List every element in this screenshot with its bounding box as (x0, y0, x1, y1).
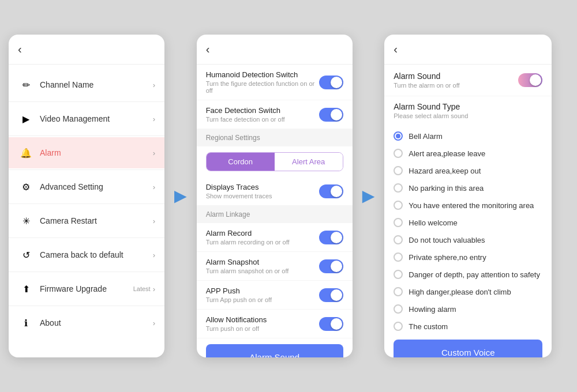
phone1-back-icon[interactable]: ‹ (18, 43, 22, 56)
menu-divider (9, 238, 164, 238)
row-title-alarm-snapshot: Alarm Snapshot (206, 258, 319, 266)
radio-circle-alert-area-please-leave (394, 149, 403, 158)
radio-circle-howling-alarm (394, 304, 403, 314)
radio-item-hello-welcome[interactable]: Hello welcome (384, 214, 552, 231)
radio-label-do-not-touch: Do not touch valuables (409, 236, 485, 244)
menu-item-advanced-setting[interactable]: ⚙Advanced Setting› (9, 171, 164, 202)
chevron-icon-camera-default: › (153, 251, 155, 259)
tab-cordon[interactable]: Cordon (207, 153, 275, 171)
phone1-header: ‹ (9, 35, 164, 65)
menu-item-camera-restart[interactable]: ✳Camera Restart› (9, 205, 164, 236)
humanoid-detection-toggle[interactable] (319, 76, 343, 89)
radio-circle-hello-welcome (394, 218, 403, 227)
alarm-type-title: Alarm Sound Type (394, 102, 542, 111)
menu-divider (9, 272, 164, 272)
menu-item-video-management[interactable]: ▶Video Management› (9, 103, 164, 134)
setting-row-displays-traces: Displays TracesShow movement traces (197, 177, 353, 206)
setting-row-alarm-snapshot: Alarm SnapshotTurn alarm snapshot on or … (197, 252, 353, 281)
radio-circle-private-sphere (394, 252, 403, 262)
row-text-face-detection: Face Detection SwitchTurn face detection… (206, 106, 319, 123)
radio-label-high-danger: High danger,please don't climb (409, 288, 511, 296)
radio-circle-danger-depth (394, 270, 403, 279)
row-text-app-push: APP PushTurn App push on or off (206, 287, 319, 303)
row-text-displays-traces: Displays TracesShow movement traces (206, 183, 319, 199)
phone3-header: ‹ (384, 35, 552, 65)
radio-label-bell-alarm: Bell Alarm (409, 132, 443, 141)
menu-item-camera-default[interactable]: ↺Camera back to default› (9, 239, 164, 270)
radio-item-no-parking[interactable]: No parking in this area (384, 179, 552, 197)
alarm-sound-button[interactable]: Alarm Sound (206, 344, 343, 357)
regional-settings-header: Regional Settings (197, 129, 353, 146)
row-sub-humanoid-detection: Turn the figure detection function on or… (206, 80, 319, 94)
alarm-sound-row: Alarm SoundTurn the alarm on or off (384, 65, 552, 96)
custom-voice-button[interactable]: Custom Voice (394, 340, 542, 357)
tab-alert-area[interactable]: Alert Area (275, 153, 343, 171)
menu-item-alarm[interactable]: 🔔Alarm› (9, 137, 164, 168)
phone-3-frame: ‹ Alarm SoundTurn the alarm on or offAla… (384, 35, 552, 357)
regional-tabs: CordonAlert Area (206, 152, 343, 171)
radio-item-private-sphere[interactable]: Private sphere,no entry (384, 248, 552, 266)
menu-divider (9, 169, 164, 170)
phone3-back-icon[interactable]: ‹ (394, 43, 398, 56)
chevron-icon-advanced-setting: › (153, 183, 155, 191)
radio-item-hazard-area-keep-out[interactable]: Hazard area,keep out (384, 162, 552, 179)
setting-row-alarm-record: Alarm RecordTurn alarm recording on or o… (197, 223, 353, 252)
radio-item-danger-depth[interactable]: Danger of depth, pay attention to safety (384, 266, 552, 283)
radio-label-no-parking: No parking in this area (409, 184, 484, 193)
alarm-record-toggle[interactable] (319, 231, 343, 244)
menu-divider (9, 135, 164, 136)
menu-item-channel-name[interactable]: ✏Channel Name› (9, 69, 164, 100)
radio-label-hazard-area-keep-out: Hazard area,keep out (409, 167, 481, 175)
row-title-face-detection: Face Detection Switch (206, 106, 319, 115)
radio-item-the-custom[interactable]: The custom (384, 318, 552, 335)
menu-list: ✏Channel Name›▶Video Management›🔔Alarm›⚙… (9, 65, 164, 343)
menu-item-firmware-upgrade[interactable]: ⬆Firmware UpgradeLatest› (9, 273, 164, 304)
phone-2-frame: ‹ Humanoid Detection SwitchTurn the figu… (197, 35, 353, 357)
row-text-humanoid-detection: Humanoid Detection SwitchTurn the figure… (206, 70, 319, 94)
alarm-sound-toggle[interactable] (518, 73, 542, 87)
face-detection-toggle[interactable] (319, 108, 343, 122)
app-push-toggle[interactable] (319, 288, 343, 302)
pencil-icon: ✏ (18, 77, 34, 93)
allow-notifications-toggle[interactable] (319, 317, 343, 331)
alarm-sound-text: Alarm SoundTurn the alarm on or off (394, 71, 518, 89)
phone-1-frame: ‹ ✏Channel Name›▶Video Management›🔔Alarm… (9, 35, 164, 357)
chevron-icon-alarm: › (153, 149, 155, 157)
alarm-type-sub: Please select alarm sound (394, 112, 542, 119)
phone2-back-icon[interactable]: ‹ (206, 43, 210, 56)
menu-label-alarm: Alarm (40, 148, 153, 157)
upload-icon: ⬆ (18, 281, 34, 297)
alarm-snapshot-toggle[interactable] (319, 259, 343, 273)
row-title-alarm-record: Alarm Record (206, 229, 319, 238)
alarm-type-section: Alarm Sound TypePlease select alarm soun… (384, 96, 552, 127)
menu-item-about[interactable]: ℹAbout› (9, 307, 164, 338)
chevron-icon-camera-restart: › (153, 217, 155, 225)
row-title-app-push: APP Push (206, 287, 319, 295)
radio-item-howling-alarm[interactable]: Howling alarm (384, 300, 552, 318)
displays-traces-toggle[interactable] (319, 184, 343, 198)
menu-label-about: About (40, 318, 153, 327)
radio-item-alert-area-please-leave[interactable]: Alert area,please leave (384, 145, 552, 162)
radio-item-high-danger[interactable]: High danger,please don't climb (384, 283, 552, 300)
radio-item-do-not-touch[interactable]: Do not touch valuables (384, 231, 552, 248)
radio-item-monitoring-area[interactable]: You have entered the monitoring area (384, 197, 552, 214)
refresh-icon: ↺ (18, 247, 34, 263)
radio-item-bell-alarm[interactable]: Bell Alarm (384, 127, 552, 145)
row-sub-allow-notifications: Turn push on or off (206, 325, 319, 332)
radio-circle-high-danger (394, 287, 403, 296)
menu-label-video-management: Video Management (40, 114, 153, 123)
arrow-1: ► (170, 184, 191, 208)
row-sub-app-push: Turn App push on or off (206, 296, 319, 303)
row-title-displays-traces: Displays Traces (206, 183, 319, 191)
menu-label-advanced-setting: Advanced Setting (40, 182, 153, 191)
arrow-2: ► (358, 184, 379, 208)
radio-circle-do-not-touch (394, 235, 403, 244)
restart-icon: ✳ (18, 213, 34, 229)
chevron-icon-channel-name: › (153, 81, 155, 89)
menu-divider (9, 306, 164, 306)
radio-circle-bell-alarm (394, 131, 403, 141)
radio-circle-the-custom (394, 322, 403, 331)
row-sub-displays-traces: Show movement traces (206, 193, 319, 199)
radio-label-danger-depth: Danger of depth, pay attention to safety (409, 270, 540, 279)
info-icon: ℹ (18, 315, 34, 331)
